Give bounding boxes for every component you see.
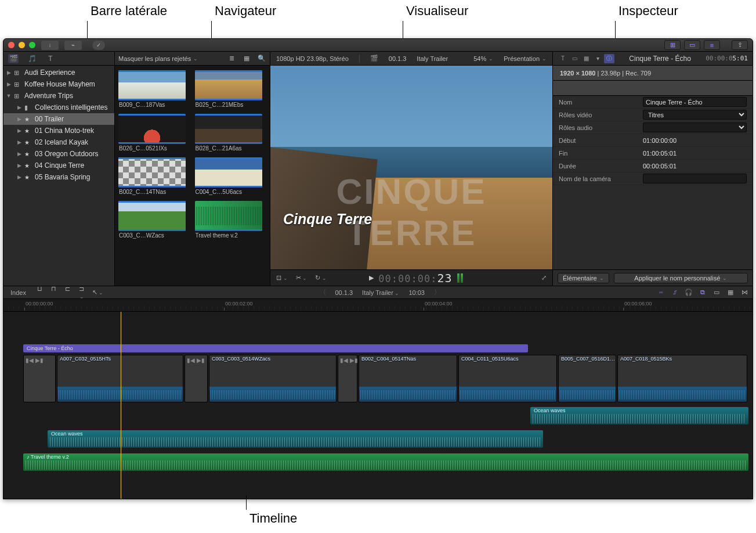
music-clip[interactable]: Travel theme v.2 xyxy=(23,453,748,471)
search-button[interactable]: 🔍 xyxy=(257,55,266,62)
inspector-tab-share[interactable]: ▾ xyxy=(592,54,603,63)
audio-roles-select[interactable] xyxy=(643,123,747,132)
inspector-row-camera: Nom de la caméra xyxy=(553,172,753,185)
name-input[interactable] xyxy=(643,97,747,107)
snapping-toggle[interactable]: ⧉ xyxy=(698,289,707,296)
event-item[interactable]: ▶01 China Moto-trek xyxy=(3,125,114,136)
audio-clip[interactable]: Ocean waves xyxy=(48,430,543,448)
clip-label: B002_C…14TNas xyxy=(118,188,188,199)
browser-clip[interactable]: Travel theme v.2 xyxy=(195,201,265,242)
video-clip[interactable]: B005_C007_0516D1… xyxy=(558,355,616,402)
connect-clip-button[interactable]: ⊔ xyxy=(35,285,45,300)
timeline-tracks[interactable]: Cinque Terre - Écho ▮◀▶▮ A007_C032_0515H… xyxy=(3,312,753,499)
window-close-button[interactable] xyxy=(8,42,15,48)
inspector-tab-video[interactable]: ▭ xyxy=(569,54,580,63)
clip-appearance-timeline[interactable]: ▭ xyxy=(712,289,721,296)
music-clip-label: Travel theme v.2 xyxy=(27,454,69,460)
effects-browser-toggle[interactable]: ▦ xyxy=(726,289,735,296)
overwrite-clip-button[interactable]: ⊐ xyxy=(77,285,86,300)
browser-clip[interactable]: C004_C…5U6acs xyxy=(195,157,265,199)
import-button[interactable]: ↓ xyxy=(41,41,59,50)
video-clip[interactable]: A007_C018_0515BKs xyxy=(617,355,747,402)
keyword-editor-button[interactable]: ⌁ xyxy=(64,41,82,50)
toggle-timeline-button[interactable]: ▭ xyxy=(684,40,700,50)
sidebar-tab-photos-audio[interactable]: 🎵 xyxy=(27,54,37,63)
library-item[interactable]: ▶⊞Audi Experience xyxy=(3,67,114,78)
insert-clip-button[interactable]: ⊓ xyxy=(49,285,59,300)
key-icon: ⌁ xyxy=(71,42,75,48)
inspector-tab-info[interactable]: ⓘ xyxy=(604,54,614,63)
event-item[interactable]: ▶05 Bavaria Spring xyxy=(3,171,114,183)
event-item[interactable]: ▶02 Iceland Kayak xyxy=(3,136,114,148)
duration-value: 00:00:05:01 xyxy=(643,163,747,170)
event-label: 01 China Moto-trek xyxy=(35,127,94,135)
check-icon: ✓ xyxy=(96,42,101,48)
video-roles-select[interactable]: Titres xyxy=(643,110,747,120)
timeline-index-button[interactable]: Index xyxy=(7,289,30,297)
enhance-menu[interactable]: ✂ xyxy=(296,274,308,282)
skimming-toggle[interactable]: ⎓ xyxy=(656,289,665,296)
browser-clip[interactable]: C003_C…WZacs xyxy=(118,201,188,242)
transitions-browser-toggle[interactable]: ⋈ xyxy=(740,289,749,296)
filter-rejected-dropdown[interactable]: Masquer les plans rejetés xyxy=(118,55,198,62)
tool-selector[interactable]: ↖ xyxy=(92,289,104,296)
playhead[interactable] xyxy=(121,312,121,499)
window-minimize-button[interactable] xyxy=(19,42,25,48)
video-clip[interactable]: C003_C003_0514WZacs xyxy=(209,355,337,402)
gap-clip[interactable]: ▮◀▶▮ xyxy=(23,355,56,402)
metadata-view-dropdown[interactable]: Élémentaire xyxy=(558,273,609,283)
grid-icon: ⊞ xyxy=(670,41,675,49)
view-menu-dropdown[interactable]: Présentation xyxy=(504,55,547,62)
share-button[interactable]: ⇪ xyxy=(732,40,748,50)
clip-label: C003_C…WZacs xyxy=(118,231,188,242)
grouping-button[interactable]: ▦ xyxy=(242,55,251,62)
zoom-dropdown[interactable]: 54% xyxy=(473,55,493,62)
apply-custom-name-dropdown[interactable]: Appliquer le nom personnalisé xyxy=(614,273,748,283)
sidebar-tab-titles[interactable]: T xyxy=(45,54,56,63)
toggle-browser-button[interactable]: ⊞ xyxy=(664,40,681,50)
viewer-timecode[interactable]: 00:00:00:23 xyxy=(378,271,452,285)
smart-collections-folder[interactable]: ▶▮Collections intelligentes xyxy=(3,102,114,113)
append-clip-button[interactable]: ⊏ xyxy=(63,285,73,300)
browser-clip[interactable]: B028_C…21A6as xyxy=(195,114,265,155)
video-clip[interactable]: C004_C011_0515U6acs xyxy=(458,355,557,402)
retiming-menu[interactable]: ↻ xyxy=(315,274,327,282)
fullscreen-button[interactable]: ⤢ xyxy=(541,274,547,282)
clip-label: B028_C…21A6as xyxy=(195,144,265,155)
event-item[interactable]: ▶04 Cinque Terre xyxy=(3,160,114,171)
inspector-tab-generator[interactable]: ▦ xyxy=(581,54,591,63)
inspector-tab-text[interactable]: T xyxy=(558,54,568,63)
audio-clip[interactable]: Ocean waves xyxy=(530,407,748,424)
window-fullscreen-button[interactable] xyxy=(29,42,35,48)
transform-menu[interactable]: ⊡ xyxy=(276,274,288,282)
video-clip[interactable]: B002_C004_0514TNas xyxy=(359,355,457,402)
video-clip[interactable]: A007_C032_0515HTs xyxy=(57,355,183,402)
library-item[interactable]: ▶⊞Koffee House Mayhem xyxy=(3,78,114,90)
timeline-ruler[interactable]: 00:00:00:00 00:00:02:00 00:00:04:00 00:0… xyxy=(3,299,753,312)
toggle-inspector-button[interactable]: ≡ xyxy=(704,40,720,50)
event-item[interactable]: ▶03 Oregon Outdoors xyxy=(3,148,114,160)
browser-clip[interactable]: B025_C…21MEbs xyxy=(195,70,265,111)
title-clip[interactable]: Cinque Terre - Écho xyxy=(23,344,528,352)
camera-name-input[interactable] xyxy=(643,174,747,183)
timeline-history-back[interactable]: 〈 xyxy=(320,288,326,297)
clapper-icon: 🎬 xyxy=(9,55,18,63)
browser-clip[interactable]: B009_C…187Vas xyxy=(118,70,188,111)
solo-toggle[interactable]: 🎧 xyxy=(684,289,693,296)
end-value: 01:00:05:01 xyxy=(643,150,747,157)
timeline-project-name[interactable]: Italy Trailer xyxy=(362,289,399,296)
background-tasks-button[interactable]: ✓ xyxy=(92,41,105,50)
viewer-canvas[interactable]: CINQUE TERRE Cinque Terre xyxy=(270,66,552,269)
browser-clip[interactable]: B026_C…0521IXs xyxy=(118,114,188,155)
browser-clip[interactable]: B002_C…14TNas xyxy=(118,157,188,199)
event-item[interactable]: ▶00 Trailer xyxy=(3,113,114,125)
gap-clip[interactable]: ▮◀▶▮ xyxy=(338,355,357,402)
audio-skimming-toggle[interactable]: ⎎ xyxy=(670,289,679,296)
play-button[interactable]: ▶ xyxy=(369,274,374,282)
clip-appearance-button[interactable]: ≣ xyxy=(227,55,236,62)
gap-clip[interactable]: ▮◀▶▮ xyxy=(185,355,208,402)
library-item[interactable]: ▼⊞Adventure Trips xyxy=(3,90,114,102)
timeline-history-fwd[interactable]: 〉 xyxy=(434,288,440,297)
sidebar-tab-libraries[interactable]: 🎬 xyxy=(8,54,19,63)
clip-name-label: A007_C032_0515HTs xyxy=(60,356,111,362)
